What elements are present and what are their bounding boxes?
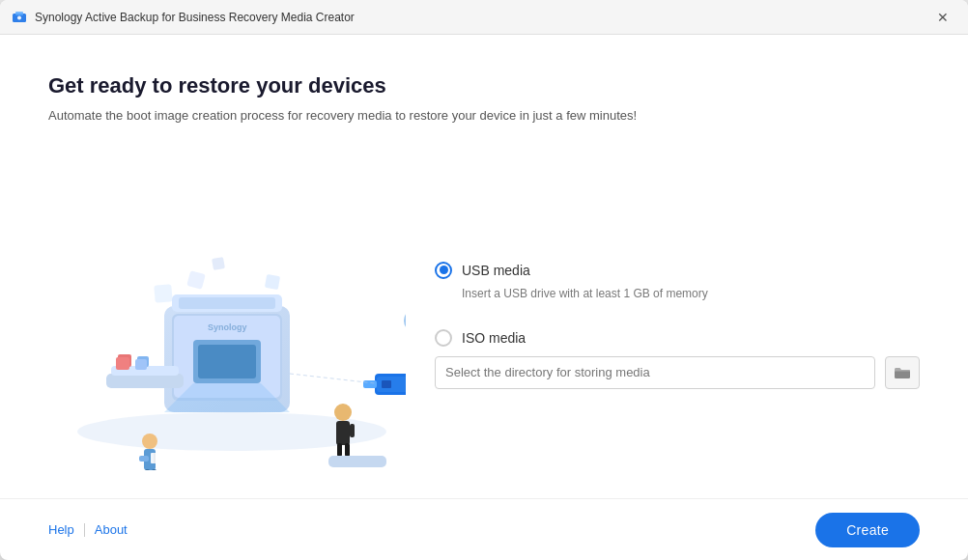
- help-link[interactable]: Help: [48, 522, 74, 537]
- about-link[interactable]: About: [95, 522, 128, 537]
- svg-rect-9: [198, 345, 256, 378]
- usb-radio-option[interactable]: USB media: [435, 262, 920, 279]
- main-content: Get ready to restore your devices Automa…: [0, 35, 968, 498]
- usb-description: Insert a USB drive with at least 1 GB of…: [462, 287, 920, 300]
- content-area: Synology: [48, 152, 920, 498]
- iso-radio-label: ISO media: [462, 330, 526, 346]
- app-window: Synology Active Backup for Business Reco…: [0, 0, 968, 560]
- page-title: Get ready to restore your devices: [48, 73, 920, 98]
- svg-rect-30: [345, 443, 350, 457]
- close-button[interactable]: ✕: [929, 4, 956, 31]
- svg-point-37: [404, 309, 406, 332]
- iso-radio-option[interactable]: ISO media: [435, 329, 920, 347]
- folder-icon: [894, 366, 911, 379]
- options-panel: USB media Insert a USB drive with at lea…: [435, 152, 920, 498]
- window-title: Synology Active Backup for Business Reco…: [35, 11, 929, 24]
- iso-option-group: ISO media: [435, 329, 920, 389]
- iso-path-row: [435, 356, 920, 389]
- iso-browse-button[interactable]: [885, 356, 920, 389]
- svg-rect-19: [135, 359, 147, 370]
- svg-rect-17: [116, 357, 129, 370]
- usb-radio-label: USB media: [462, 263, 530, 278]
- title-bar: Synology Active Backup for Business Reco…: [0, 0, 968, 35]
- illustration-area: Synology: [48, 152, 415, 498]
- svg-rect-1: [15, 12, 23, 15]
- svg-rect-22: [139, 456, 149, 462]
- app-icon: [12, 10, 27, 25]
- svg-rect-29: [337, 443, 342, 457]
- svg-rect-28: [336, 421, 350, 445]
- svg-rect-36: [382, 380, 391, 388]
- svg-rect-44: [154, 284, 173, 303]
- create-button[interactable]: Create: [815, 513, 920, 547]
- svg-line-46: [290, 374, 375, 383]
- svg-rect-43: [212, 257, 225, 270]
- svg-point-2: [17, 15, 21, 19]
- iso-directory-input[interactable]: [435, 356, 875, 389]
- hero-illustration: Synology: [58, 181, 406, 470]
- svg-point-27: [334, 404, 352, 421]
- svg-rect-42: [186, 270, 206, 290]
- footer-links: Help About: [48, 522, 128, 537]
- svg-rect-13: [179, 297, 275, 309]
- svg-rect-14: [106, 374, 184, 388]
- usb-option-group: USB media Insert a USB drive with at lea…: [435, 262, 920, 310]
- footer: Help About Create: [0, 498, 968, 560]
- svg-text:Synology: Synology: [208, 322, 247, 332]
- footer-divider: [84, 523, 85, 537]
- page-subtitle: Automate the boot image creation process…: [48, 108, 920, 123]
- svg-point-20: [142, 434, 157, 449]
- usb-radio-input[interactable]: [435, 262, 452, 279]
- iso-radio-input[interactable]: [435, 329, 452, 347]
- svg-rect-45: [265, 273, 280, 289]
- svg-rect-31: [350, 424, 355, 437]
- svg-rect-32: [328, 456, 386, 467]
- svg-rect-34: [363, 380, 377, 388]
